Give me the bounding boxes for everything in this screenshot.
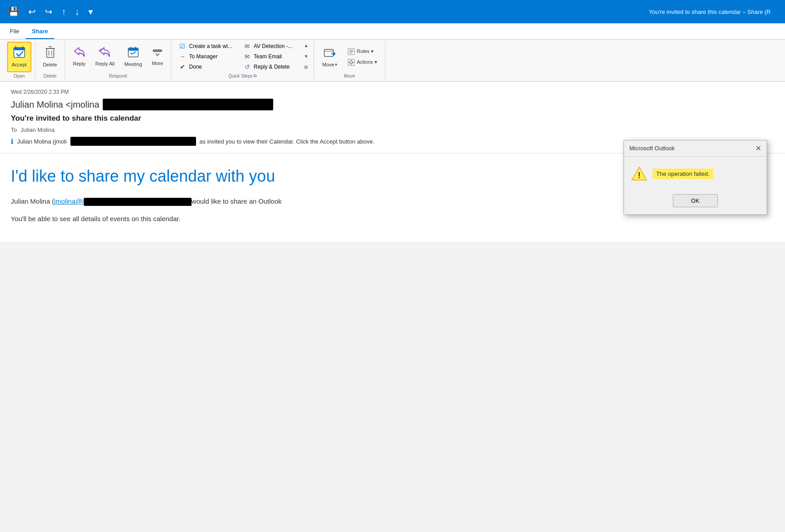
dialog-ok-button[interactable]: OK [673,194,718,207]
up-icon[interactable]: ↑ [59,5,69,19]
email-from: Julian Molina <jmolina [11,99,774,110]
window-title: You're invited to share this calendar – … [649,9,771,15]
svg-point-25 [350,61,353,64]
move-stack-buttons: Rules ▾ Actions ▾ [344,47,381,67]
qs-to-manager-label: To Manager [189,53,218,60]
svg-rect-19 [324,49,333,57]
actions-icon [348,59,355,66]
qs-reply-delete-label: Reply & Delete [254,64,290,70]
undo-icon[interactable]: ↩ [26,4,39,19]
para1-redacted [84,198,192,206]
qs-av-detection-label: AV Detection -... [254,43,292,49]
qs-done-label: Done [189,64,202,70]
rules-button[interactable]: Rules ▾ [344,47,381,57]
ribbon-tabs: File Share [0,23,785,39]
body-para2: You'll be able to see all details of eve… [11,214,774,224]
more-icon [153,47,162,59]
dialog-title: Microsoft Outlook [629,145,675,152]
from-name: Julian Molina <jmolina [11,100,99,110]
reply-icon [74,47,85,59]
to-manager-icon: → [179,53,187,60]
tab-file[interactable]: File [4,25,26,39]
move-group-label: Move [318,72,381,79]
qs-team-email[interactable]: ✉ Team Email [240,52,302,61]
quick-steps-content: ☑ Create a task wi... ✉ AV Detection -..… [175,41,310,71]
qs-av-detection[interactable]: ✉ AV Detection -... [240,41,302,51]
dialog-body: ! The operation failed. [624,157,767,191]
more-label: More [152,61,163,66]
dialog-title-bar: Microsoft Outlook ✕ [624,140,767,157]
move-label: Move ▾ [323,62,338,67]
delete-label: Delete [43,62,57,68]
delete-group-content: Delete [39,41,61,72]
meeting-button[interactable]: Meeting [120,42,146,72]
quick-steps-list: ☑ Create a task wi... ✉ AV Detection -..… [175,41,302,71]
move-icon [323,47,336,60]
quick-steps-scroll: ▲ ▼ ⊞ [302,41,310,71]
ribbon-group-respond: Reply Reply All [65,41,171,79]
qs-expand[interactable]: ⊞ [302,64,310,70]
quick-steps-expand-icon[interactable]: ⧉ [253,73,257,78]
customize-icon[interactable]: ▾ [86,4,96,19]
svg-line-15 [131,53,132,54]
qs-create-task-label: Create a task wi... [189,43,232,49]
redo-icon[interactable]: ↪ [42,4,55,19]
reply-all-button[interactable]: Reply All [92,42,119,72]
actions-button[interactable]: Actions ▾ [344,57,381,67]
qs-to-manager[interactable]: → To Manager [175,52,238,61]
reply-button[interactable]: Reply [69,42,89,72]
open-group-label: Open [7,72,31,79]
qs-team-email-label: Team Email [254,53,282,60]
more-button[interactable]: More [148,42,167,72]
dialog-close-button[interactable]: ✕ [755,144,761,153]
down-icon[interactable]: ↓ [72,5,82,19]
para1-suffix: would like to share an Outlook [192,197,282,205]
delete-button[interactable]: Delete [39,42,61,72]
dialog-footer: OK [624,191,767,214]
ribbon: Accept Open Delete Delete [0,39,785,82]
ribbon-group-quick-steps: ☑ Create a task wi... ✉ AV Detection -..… [171,41,314,79]
done-icon: ✔ [179,63,187,70]
av-detection-icon: ✉ [243,43,251,50]
delete-icon [45,46,56,60]
respond-group-label: Respond [69,72,167,79]
qs-create-task[interactable]: ☑ Create a task wi... [175,41,238,51]
email-date: Wed 2/26/2020 2:33 PM [11,89,774,95]
tab-share[interactable]: Share [26,25,54,39]
email-subject: You're invited to share this calendar [11,114,774,123]
move-button[interactable]: Move ▾ [318,42,342,72]
meeting-icon [127,46,139,60]
qs-scroll-down[interactable]: ▼ [302,53,310,60]
error-dialog: Microsoft Outlook ✕ ! The operation fail… [624,140,767,215]
ribbon-group-open: Accept Open [4,41,35,79]
qs-scroll-up[interactable]: ▲ [302,42,310,49]
from-redacted [103,99,273,110]
accept-icon [13,46,26,60]
info-text-prefix: Julian Molina (jmoli [17,138,67,145]
accept-button[interactable]: Accept [7,42,31,72]
accept-label: Accept [12,62,27,68]
qs-reply-delete[interactable]: ↺ Reply & Delete [240,62,302,71]
to-label: To [11,126,17,133]
quick-steps-label: Quick Steps [228,72,253,79]
warning-icon: ! [631,166,647,182]
meeting-label: Meeting [124,61,142,67]
para1-link[interactable]: jmolina@l [54,197,84,205]
ribbon-group-move: Move ▾ Rules ▾ [314,41,385,79]
to-name: Julian Molina [21,126,55,133]
delete-group-label: Delete [39,72,61,79]
reply-label: Reply [73,61,85,67]
reply-all-icon [98,47,112,59]
qs-done[interactable]: ✔ Done [175,62,238,71]
dialog-message: The operation failed. [653,169,713,179]
reply-delete-icon: ↺ [243,63,251,70]
save-icon[interactable]: 💾 [5,4,22,19]
email-to: To Julian Molina [11,126,774,133]
info-icon: ℹ [11,137,13,146]
team-email-icon: ✉ [243,53,251,60]
reply-all-label: Reply All [96,61,115,67]
respond-group-content: Reply Reply All [69,41,167,72]
info-text-suffix: as invited you to view their Calendar. C… [200,138,375,145]
create-task-icon: ☑ [179,43,187,50]
svg-rect-6 [47,48,54,57]
